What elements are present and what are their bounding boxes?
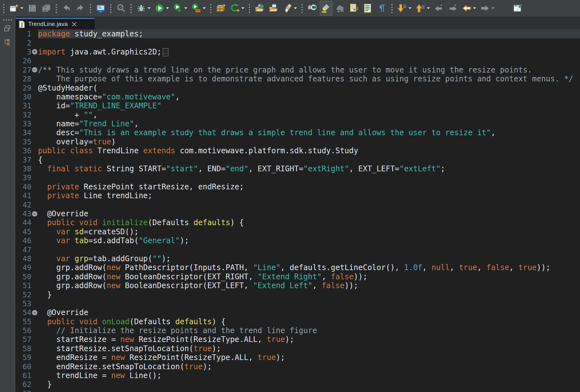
toolbar-grip[interactable] (301, 3, 303, 13)
code-text[interactable]: var sd=createSD(); (38, 227, 580, 236)
open-resource-folder-button[interactable] (267, 1, 280, 16)
new-class-button[interactable] (229, 1, 246, 16)
save-all-button[interactable] (40, 1, 53, 16)
code-text[interactable]: + "", (38, 111, 580, 119)
format-blob-button[interactable] (334, 1, 346, 16)
code-area[interactable]: 1package study_examples;23+import java.a… (15, 29, 580, 392)
back-button[interactable] (460, 1, 477, 16)
code-text[interactable]: endResize.setSnapToLocation(true); (38, 362, 580, 371)
dropdown-arrow-icon[interactable] (473, 7, 476, 9)
toolbar-grip[interactable] (210, 3, 212, 13)
code-token: "Trend Line" (79, 119, 134, 128)
open-type-folder-button[interactable] (253, 1, 266, 16)
save-button[interactable] (26, 1, 39, 16)
code-text[interactable]: id="TREND_LINE_EXAMPLE" (38, 101, 580, 110)
fold-expanded-icon[interactable]: − (32, 211, 37, 217)
tab-title: TrendLine.java (28, 21, 68, 28)
toolbar-drag-handle[interactable] (3, 19, 12, 21)
debug-button[interactable] (135, 1, 152, 16)
outline-view-button[interactable] (2, 38, 12, 48)
code-text[interactable]: @StudyHeader( (38, 84, 580, 92)
console-button[interactable] (94, 1, 107, 16)
code-text[interactable]: public void onLoad(Defaults defaults) { (38, 317, 580, 326)
code-text[interactable]: startResize.setSnapToLocation(true); (38, 344, 580, 353)
highlighter-button[interactable] (320, 1, 332, 16)
forward-button[interactable] (479, 1, 496, 16)
code-text[interactable]: public class TrendLine extends com.motiv… (38, 146, 580, 155)
code-text[interactable]: grp.addRow(new BooleanDescriptor(EXT_RIG… (38, 272, 580, 281)
code-text[interactable]: startResize = new ResizePoint(ResizeType… (38, 335, 580, 344)
doc-list-button[interactable] (362, 1, 374, 16)
code-text[interactable]: grp.addRow(new PathDescriptor(Inputs.PAT… (38, 263, 580, 272)
dropdown-arrow-icon[interactable] (20, 7, 23, 9)
code-text[interactable]: public void initialize(Defaults defaults… (38, 218, 580, 227)
pilcrow-button[interactable] (375, 1, 388, 16)
code-text[interactable]: @Override (38, 308, 580, 317)
code-line: 49 grp.addRow(new PathDescriptor(Inputs.… (15, 263, 580, 272)
code-text[interactable]: var grp=tab.addGroup(""); (38, 254, 580, 263)
next-annotation-icon (397, 3, 407, 13)
search-button[interactable] (115, 1, 127, 16)
forward-edit-button[interactable] (446, 1, 459, 16)
code-text[interactable]: @Override (38, 209, 580, 218)
dropdown-arrow-icon[interactable] (241, 7, 244, 9)
code-text[interactable]: package study_examples; (38, 29, 580, 38)
dropdown-arrow-icon[interactable] (184, 7, 187, 9)
code-text[interactable]: endResize = new ResizePoint(ResizeType.A… (38, 353, 580, 362)
fold-gutter: − (31, 67, 38, 73)
toolbar-grip[interactable] (391, 3, 393, 13)
undo-button[interactable] (60, 1, 73, 16)
new-wizard-button[interactable] (8, 1, 25, 16)
code-text[interactable]: desc="This is an example study that draw… (38, 128, 580, 137)
next-annotation-button[interactable] (396, 1, 413, 16)
dropdown-arrow-icon[interactable] (203, 7, 206, 9)
code-token: new (111, 371, 125, 380)
toolbar-grip[interactable] (110, 3, 112, 13)
code-text[interactable]: private ResizePoint startResize, endResi… (38, 182, 580, 191)
toolbar-grip[interactable] (3, 3, 5, 13)
toolbar-grip[interactable] (89, 3, 92, 13)
coverage-button[interactable] (172, 1, 189, 16)
code-text[interactable]: name="Trend Line", (38, 119, 580, 128)
tab-close-icon[interactable] (72, 22, 77, 27)
dropdown-arrow-icon[interactable] (491, 7, 495, 9)
marker-pen-button[interactable] (281, 1, 298, 16)
fold-expanded-icon[interactable]: − (32, 310, 37, 315)
toolbar-grip[interactable] (55, 3, 58, 13)
code-text[interactable]: /** This study draws a trend line on the… (38, 66, 580, 74)
fold-expanded-icon[interactable]: − (32, 67, 37, 73)
code-text[interactable]: } (38, 290, 580, 299)
doc-return-button[interactable] (348, 1, 360, 16)
code-text[interactable]: The purpose of this example is to demons… (38, 74, 580, 83)
dropdown-arrow-icon[interactable] (166, 7, 169, 9)
back-edit-button[interactable] (432, 1, 445, 16)
dropdown-arrow-icon[interactable] (294, 7, 297, 9)
dropdown-arrow-icon[interactable] (408, 7, 412, 9)
code-text[interactable]: var tab=sd.addTab("General"); (38, 236, 580, 245)
toolbar-grip[interactable] (130, 3, 132, 13)
capture-button[interactable] (306, 1, 318, 16)
restore-view-button[interactable] (2, 24, 12, 35)
redo-button[interactable] (74, 1, 87, 16)
code-text[interactable]: import java.awt.Graphics2D;.. (38, 47, 580, 56)
code-text[interactable]: } (38, 380, 580, 389)
code-text[interactable]: overlay=true) (38, 137, 580, 146)
code-text[interactable]: grp.addRow(new BooleanDescriptor(EXT_LEF… (38, 281, 580, 290)
code-text[interactable]: namespace="com.motivewave", (38, 92, 580, 101)
code-text[interactable]: trendLine = new Line(); (38, 371, 580, 380)
toolbar-grip[interactable] (248, 3, 251, 13)
run-button[interactable] (153, 1, 170, 16)
tab-trendline-java[interactable]: J TrendLine.java (16, 18, 95, 29)
dropdown-arrow-icon[interactable] (427, 7, 430, 9)
code-text[interactable]: private Line trendLine; (38, 191, 580, 200)
folded-region-indicator[interactable]: .. (163, 48, 168, 56)
new-package-button[interactable] (215, 1, 227, 16)
run-external-button[interactable] (190, 1, 207, 16)
code-text[interactable]: final static String START="start", END="… (38, 164, 580, 173)
prev-annotation-button[interactable] (414, 1, 431, 16)
dropdown-arrow-icon[interactable] (148, 7, 151, 9)
window-edit-button[interactable] (512, 1, 524, 16)
fold-collapsed-icon[interactable]: + (32, 49, 37, 54)
code-text[interactable]: { (38, 155, 580, 164)
code-text[interactable]: // Initialize the resize points and the … (38, 326, 580, 335)
